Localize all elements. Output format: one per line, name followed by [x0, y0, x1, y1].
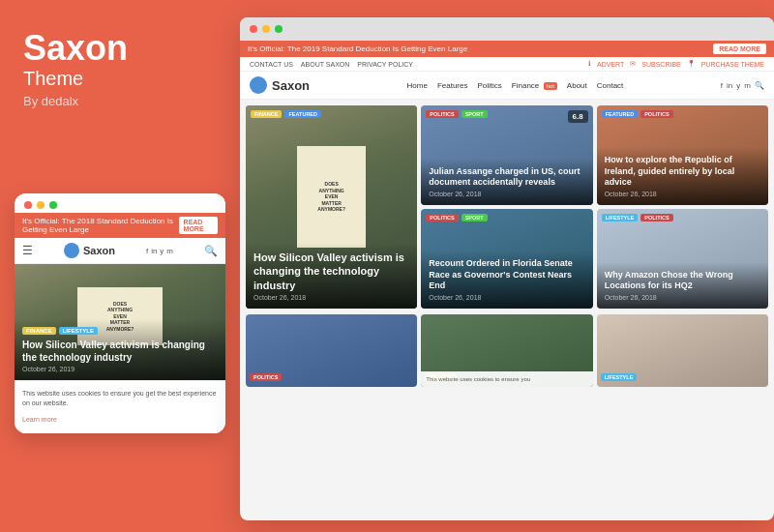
desktop-dot-red [250, 25, 257, 33]
mobile-logo-icon [64, 243, 79, 258]
mobile-titlebar [15, 193, 225, 213]
tag-finance-main: FINANCE [251, 110, 282, 118]
brand-subtitle: Theme [23, 68, 217, 90]
tag-politics-mid: POLITICS [426, 110, 458, 118]
contact-us-link[interactable]: CONTACT US [250, 61, 293, 68]
article-bottom-right-date: October 26, 2018 [605, 294, 760, 301]
tag-lifestyle-thumb: LIFESTYLE [601, 373, 638, 381]
tag-politics-bot-right: POLITICS [640, 214, 672, 222]
mobile-nav: ☰ Saxon f in y m 🔍 [15, 238, 225, 264]
about-saxon-link[interactable]: ABOUT SAXON [301, 61, 349, 68]
linkedin-icon[interactable]: in [727, 81, 732, 90]
mobile-cookie-link[interactable]: Learn more [22, 416, 57, 423]
mobile-ticker-bar: It's Official: The 2018 Standard Deducti… [15, 213, 225, 238]
thumb-cookie-notice: This website uses cookies to ensure you [421, 371, 592, 387]
article-main-title: How Silicon Valley activism is changing … [253, 251, 409, 292]
thumb-card-1[interactable]: POLITICS [246, 314, 417, 387]
tag-politics-thumb: POLITICS [250, 373, 282, 381]
advert-link[interactable]: ADVERT [597, 61, 624, 68]
mobile-social: f in y m [146, 247, 173, 255]
mobile-cookie-banner: This website uses cookies to ensure you … [15, 380, 225, 433]
desktop-article-grid: DOESANYTHINGEVENMATTERANYMORE? FINANCE F… [240, 100, 774, 314]
article-top-mid-overlay: Julian Assange charged in US, court docu… [421, 159, 592, 205]
article-card-top-mid[interactable]: POLITICS SPORT 6.8 Julian Assange charge… [421, 105, 592, 205]
tag-sport-mid: SPORT [461, 110, 488, 118]
desktop-ticker-btn[interactable]: READ MORE [713, 44, 766, 54]
medium-icon[interactable]: m [744, 81, 751, 90]
article-top-right-tags: FEATURED POLITICS [602, 110, 673, 118]
dot-yellow [37, 201, 45, 209]
brand-title: Saxon [23, 29, 217, 68]
search-icon[interactable]: 🔍 [755, 81, 764, 90]
article-card-bottom-mid[interactable]: POLITICS SPORT Recount Ordered in Florid… [421, 209, 592, 309]
mobile-logo-text: Saxon [83, 245, 115, 256]
menu-about[interactable]: About [567, 81, 587, 90]
mobile-ticker-btn[interactable]: READ MORE [179, 217, 218, 234]
thumb-tag-1: POLITICS [250, 366, 282, 383]
tag-sport-bot-mid: SPORT [461, 214, 488, 222]
twitter-icon[interactable]: y [736, 81, 740, 90]
tag-featured-main: FEATURED [284, 110, 321, 118]
desktop-menu: Home Features Politics Finance hot About… [407, 81, 624, 90]
mobile-ticker-text: It's Official: The 2018 Standard Deducti… [22, 217, 179, 234]
article-top-mid-title: Julian Assange charged in US, court docu… [429, 166, 584, 189]
menu-contact[interactable]: Contact [597, 81, 624, 90]
mobile-search-icon[interactable]: 🔍 [204, 245, 218, 257]
article-bottom-mid-title: Recount Ordered in Florida Senate Race a… [429, 258, 584, 292]
article-bottom-right-title: Why Amazon Chose the Wrong Locations for… [605, 270, 760, 292]
purchase-theme-link[interactable]: PURCHASE THEME [701, 61, 764, 68]
article-bottom-right-tags: LIFESTYLE POLITICS [602, 214, 673, 222]
desktop-top-nav-links: CONTACT US ABOUT SAXON PRIVACY POLICY [250, 61, 413, 68]
advert-icon: ℹ [588, 60, 591, 68]
desktop-ticker: It's Official: The 2019 Standard Deducti… [240, 41, 774, 57]
article-top-right-date: October 26, 2018 [605, 191, 760, 197]
brand-by: By dedalx [23, 94, 217, 108]
article-card-main[interactable]: DOESANYTHINGEVENMATTERANYMORE? FINANCE F… [246, 105, 417, 309]
article-card-top-right[interactable]: FEATURED POLITICS How to explore the Rep… [597, 105, 768, 205]
mobile-article-tags: FINANCE LIFESTYLE [22, 327, 218, 335]
article-main-tags: FINANCE FEATURED [251, 110, 321, 118]
tag-featured-right: FEATURED [602, 110, 639, 118]
tag-lifestyle-bot-right: LIFESTYLE [602, 214, 639, 222]
mobile-article-date: October 26, 2019 [22, 366, 218, 372]
subscribe-link[interactable]: SUBSCRIBE [641, 61, 680, 68]
article-bottom-mid-overlay: Recount Ordered in Florida Senate Race a… [421, 251, 592, 309]
desktop-logo-text: Saxon [272, 78, 310, 93]
article-bottom-mid-tags-area: POLITICS SPORT [421, 209, 592, 226]
desktop-bottom-row: POLITICS FINANCE This website uses cooki… [240, 314, 774, 393]
thumb-tag-3: LIFESTYLE [601, 366, 638, 383]
article-main-date: October 26, 2018 [253, 294, 409, 301]
thumb-card-3[interactable]: LIFESTYLE [597, 314, 768, 387]
article-score: 6.8 [568, 110, 588, 123]
mobile-article-title: How Silicon Valley activism is changing … [22, 339, 218, 364]
article-bottom-right-tags-area: LIFESTYLE POLITICS [597, 209, 768, 226]
article-top-right-title: How to explore the Republic of Ireland, … [605, 155, 760, 189]
menu-politics[interactable]: Politics [477, 81, 501, 90]
menu-features[interactable]: Features [437, 81, 468, 90]
desktop-mockup: It's Official: The 2019 Standard Deducti… [240, 17, 774, 520]
desktop-top-nav-right: ℹ ADVERT ✉ SUBSCRIBE 📍 PURCHASE THEME [588, 60, 764, 68]
desktop-dot-green [275, 25, 283, 33]
facebook-icon[interactable]: f [721, 81, 723, 90]
privacy-policy-link[interactable]: PRIVACY POLICY [357, 61, 413, 68]
subscribe-icon: ✉ [630, 60, 636, 68]
article-bottom-mid-tags: POLITICS SPORT [426, 214, 487, 222]
hamburger-icon[interactable]: ☰ [22, 244, 33, 257]
article-card-bottom-right[interactable]: LIFESTYLE POLITICS Why Amazon Chose the … [597, 209, 768, 309]
thumb-card-2[interactable]: FINANCE This website uses cookies to ens… [421, 314, 592, 387]
desktop-top-nav: CONTACT US ABOUT SAXON PRIVACY POLICY ℹ … [240, 57, 774, 72]
desktop-ticker-text: It's Official: The 2019 Standard Deducti… [248, 44, 467, 53]
menu-home[interactable]: Home [407, 81, 428, 90]
menu-finance[interactable]: Finance hot [512, 81, 557, 90]
article-top-mid-tags: POLITICS SPORT [426, 110, 487, 118]
desktop-social: f in y m 🔍 [721, 81, 764, 90]
desktop-dot-yellow [262, 25, 270, 33]
article-main-tags-area: FINANCE FEATURED [246, 105, 417, 123]
mobile-logo: Saxon [64, 243, 115, 258]
article-top-right-overlay: How to explore the Republic of Ireland, … [597, 147, 768, 205]
dot-red [24, 201, 32, 209]
mobile-cookie-text: This website uses cookies to ensure you … [22, 389, 218, 408]
mobile-hero: DOESANYTHINGEVENMATTERANYMORE? FINANCE L… [15, 264, 225, 380]
desktop-logo: Saxon [250, 76, 310, 94]
finance-badge: hot [544, 82, 557, 90]
